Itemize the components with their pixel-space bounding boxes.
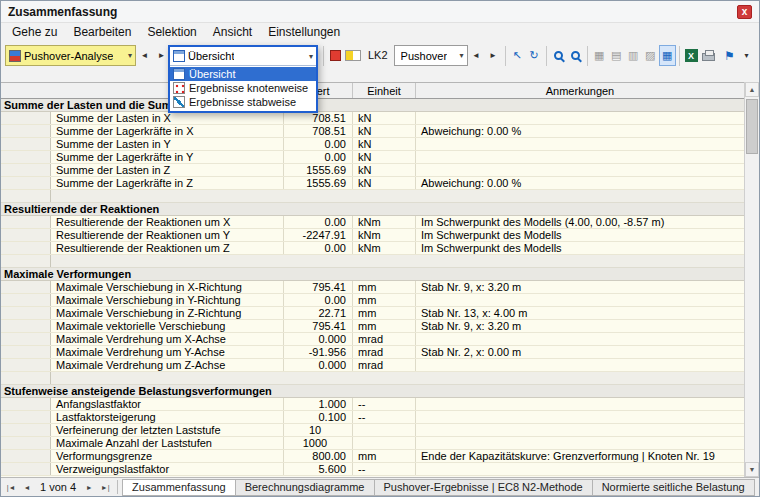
cell-einheit[interactable]: --	[353, 411, 416, 423]
print-button[interactable]	[700, 45, 717, 66]
cell-anmerkung[interactable]	[416, 398, 744, 410]
cell-anmerkung[interactable]	[416, 424, 744, 436]
cell-einheit[interactable]: mm	[353, 450, 416, 462]
scroll-up-button[interactable]: ▲	[745, 82, 759, 97]
cell-wert[interactable]: 0.00	[284, 294, 353, 306]
excel-export-button[interactable]: X	[683, 45, 700, 66]
next-case-button[interactable]: ►	[485, 45, 502, 66]
cell-label[interactable]: Lastfaktorsteigerung	[51, 411, 284, 423]
column-view-button[interactable]: ▥	[625, 45, 642, 66]
cell-label[interactable]: Summe der Lasten in X	[51, 112, 284, 124]
cell-label[interactable]: Maximale Verschiebung in Z-Richtung	[51, 307, 284, 319]
cell-wert[interactable]: 10	[284, 424, 353, 436]
cell-wert[interactable]: 795.41	[284, 281, 353, 293]
menu-item-bearbeiten[interactable]: Bearbeiten	[65, 24, 139, 41]
cell-label[interactable]: Summe der Lasten in Z	[51, 164, 284, 176]
cell-label[interactable]: Resultierende der Reaktionen um X	[51, 216, 284, 228]
cell-anmerkung[interactable]	[416, 359, 744, 371]
cell-einheit[interactable]: kN	[353, 112, 416, 124]
prev-page-button[interactable]: ◄	[19, 479, 35, 495]
tab-normierte-seitliche-belastung[interactable]: Normierte seitliche Belastung	[592, 479, 755, 496]
tab-pushover-ergebnisse-ec8-n2-methode[interactable]: Pushover-Ergebnisse | EC8 N2-Methode	[374, 479, 593, 496]
cell-label[interactable]: Maximale Verschiebung in X-Richtung	[51, 281, 284, 293]
last-page-button[interactable]: ►|	[97, 479, 113, 495]
scroll-down-button[interactable]: ▼	[745, 462, 759, 477]
cell-label[interactable]: Summe der Lagerkräfte in X	[51, 125, 284, 137]
section-label[interactable]: Resultierende der Reaktionen	[1, 203, 744, 215]
cell-label[interactable]: Resultierende der Reaktionen um Z	[51, 242, 284, 254]
prev-case-button[interactable]: ◄	[468, 45, 485, 66]
cell-anmerkung[interactable]	[416, 294, 744, 306]
cell-anmerkung[interactable]: Stab Nr. 9, x: 3.20 m	[416, 281, 744, 293]
cell-wert[interactable]: 1.000	[284, 398, 353, 410]
cell-einheit[interactable]: mm	[353, 307, 416, 319]
next-page-button[interactable]: ►	[81, 479, 97, 495]
zoom-in-button[interactable]	[550, 45, 567, 66]
cell-wert[interactable]: 1555.69	[284, 164, 353, 176]
menu-item-selektion[interactable]: Selektion	[139, 24, 204, 41]
cell-label[interactable]: Summe der Lagerkräfte in Z	[51, 177, 284, 189]
section-label[interactable]: Stufenweise ansteigende Belastungsverfor…	[1, 385, 744, 397]
cell-anmerkung[interactable]	[416, 463, 744, 475]
section-label[interactable]: Summe der Lasten und die Summe der Lager…	[1, 99, 744, 111]
menu-item-einstellungen[interactable]: Einstellungen	[260, 24, 348, 41]
cell-anmerkung[interactable]: Abweichung: 0.00 %	[416, 125, 744, 137]
cell-einheit[interactable]: kNm	[353, 242, 416, 254]
cell-anmerkung[interactable]: Abweichung: 0.00 %	[416, 177, 744, 189]
close-button[interactable]: x	[737, 5, 752, 19]
cell-wert[interactable]: 1555.69	[284, 177, 353, 189]
cell-anmerkung[interactable]: Stab Nr. 13, x: 4.00 m	[416, 307, 744, 319]
cell-wert[interactable]: 0.100	[284, 411, 353, 423]
cell-label[interactable]: Resultierende der Reaktionen um Y	[51, 229, 284, 241]
first-page-button[interactable]: |◄	[3, 479, 19, 495]
cell-label[interactable]: Verzweigungslastfaktor	[51, 463, 284, 475]
cell-anmerkung[interactable]: Im Schwerpunkt des Modells	[416, 242, 744, 254]
filter-toggle-button[interactable]: ▦	[659, 45, 676, 66]
cell-wert[interactable]: 708.51	[284, 112, 353, 124]
cell-wert[interactable]: 708.51	[284, 125, 353, 137]
cell-einheit[interactable]: kNm	[353, 229, 416, 241]
cell-label[interactable]: Maximale vektorielle Verschiebung	[51, 320, 284, 332]
cell-label[interactable]: Summe der Lagerkräfte in Y	[51, 151, 284, 163]
cell-anmerkung[interactable]	[416, 151, 744, 163]
cell-label[interactable]: Maximale Verdrehung um Y-Achse	[51, 346, 284, 358]
cell-anmerkung[interactable]: Stab Nr. 2, x: 0.00 m	[416, 346, 744, 358]
cell-anmerkung[interactable]: Ende der Kapazitätskurve: Grenzverformun…	[416, 450, 744, 462]
prev-analysis-button[interactable]: ◄	[136, 45, 153, 66]
cell-wert[interactable]: -2247.91	[284, 229, 353, 241]
cell-wert[interactable]: 0.00	[284, 138, 353, 150]
tab-zusammenfassung[interactable]: Zusammenfassung	[122, 479, 236, 496]
cell-anmerkung[interactable]	[416, 112, 744, 124]
cell-wert[interactable]: 0.00	[284, 242, 353, 254]
menu-item-gehe-zu[interactable]: Gehe zu	[4, 24, 65, 41]
cell-label[interactable]: Verfeinerung der letzten Laststufe	[51, 424, 284, 436]
cell-anmerkung[interactable]: Stab Nr. 9, x: 3.20 m	[416, 320, 744, 332]
cell-einheit[interactable]	[353, 424, 416, 436]
cell-label[interactable]: Verformungsgrenze	[51, 450, 284, 462]
title-bar[interactable]: Zusammenfassung x	[1, 1, 759, 23]
cell-anmerkung[interactable]: Im Schwerpunkt des Modells	[416, 229, 744, 241]
cell-wert[interactable]: 800.00	[284, 450, 353, 462]
cell-einheit[interactable]: mm	[353, 294, 416, 306]
section-label[interactable]: Maximale Verformungen	[1, 268, 744, 280]
pointer-tool-button[interactable]: ↖	[509, 45, 526, 66]
dropdown-item-übersicht[interactable]: Übersicht	[170, 67, 316, 81]
flag-button[interactable]: ⚑	[721, 45, 738, 66]
dropdown-item-ergebnisse-stabweise[interactable]: Ergebnisse stabweise	[170, 95, 316, 109]
cell-wert[interactable]: 1000	[284, 437, 353, 449]
refresh-button[interactable]: ↻	[526, 45, 543, 66]
cell-einheit[interactable]: mrad	[353, 333, 416, 345]
cell-label[interactable]: Maximale Verdrehung um X-Achse	[51, 333, 284, 345]
vertical-scrollbar[interactable]: ▲ ▼	[744, 82, 759, 477]
cell-anmerkung[interactable]	[416, 333, 744, 345]
cell-einheit[interactable]: mrad	[353, 346, 416, 358]
cell-anmerkung[interactable]	[416, 164, 744, 176]
cell-einheit[interactable]: kN	[353, 138, 416, 150]
cell-einheit[interactable]: kN	[353, 164, 416, 176]
zoom-out-button[interactable]	[567, 45, 584, 66]
cell-wert[interactable]: 0.00	[284, 151, 353, 163]
cell-einheit[interactable]: --	[353, 463, 416, 475]
cell-anmerkung[interactable]: Im Schwerpunkt des Modells (4.00, 0.00, …	[416, 216, 744, 228]
table-view-button[interactable]: ▦	[591, 45, 608, 66]
color-scale-button[interactable]	[344, 45, 362, 66]
